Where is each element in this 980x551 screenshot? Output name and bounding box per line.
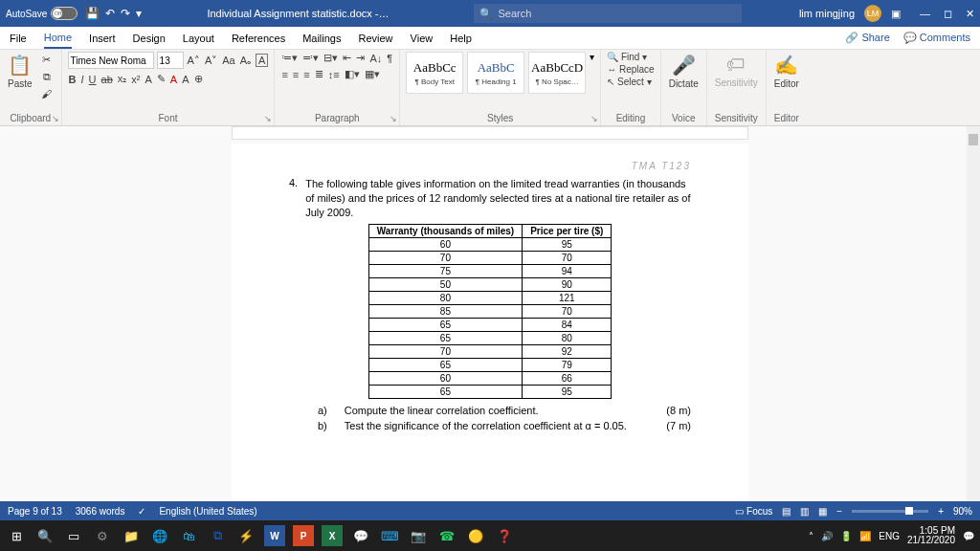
tab-view[interactable]: View bbox=[411, 29, 434, 48]
superscript-icon[interactable]: x² bbox=[130, 74, 141, 85]
redo-icon[interactable]: ↷ bbox=[121, 7, 130, 20]
app-explorer-icon[interactable]: 📁 bbox=[121, 525, 142, 546]
search-box[interactable]: 🔍 Search bbox=[474, 4, 742, 23]
paste-button[interactable]: 📋Paste bbox=[6, 52, 34, 91]
view-print-icon[interactable]: ▤ bbox=[782, 506, 791, 517]
zoom-level[interactable]: 90% bbox=[953, 506, 972, 517]
sensitivity-button[interactable]: 🏷Sensitivity bbox=[713, 52, 760, 90]
editor-button[interactable]: ✍Editor bbox=[772, 52, 801, 91]
tab-mailings[interactable]: Mailings bbox=[302, 29, 341, 48]
tray-battery-icon[interactable]: 🔋 bbox=[840, 531, 852, 541]
app-ppt-icon[interactable]: P bbox=[293, 525, 314, 546]
language-indicator[interactable]: English (United States) bbox=[159, 506, 256, 517]
tray-wifi-icon[interactable]: 📶 bbox=[859, 531, 871, 541]
vertical-scrollbar[interactable] bbox=[967, 126, 980, 501]
start-icon[interactable]: ⊞ bbox=[6, 525, 27, 546]
app-camera-icon[interactable]: 📷 bbox=[408, 525, 429, 546]
ruler[interactable] bbox=[232, 126, 748, 140]
tb-search-icon[interactable]: 🔍 bbox=[34, 525, 56, 546]
paragraph-launcher-icon[interactable]: ↘ bbox=[390, 114, 397, 123]
zoom-out-icon[interactable]: − bbox=[836, 506, 842, 517]
minimize-icon[interactable]: — bbox=[920, 8, 930, 20]
autosave-toggle[interactable]: AutoSave Off bbox=[6, 7, 78, 20]
select-button[interactable]: ↖ Select ▾ bbox=[607, 77, 654, 87]
app-help-icon[interactable]: ❓ bbox=[494, 525, 515, 546]
clipboard-launcher-icon[interactable]: ↘ bbox=[52, 114, 59, 123]
view-read-icon[interactable]: ▥ bbox=[800, 506, 809, 517]
view-web-icon[interactable]: ▦ bbox=[818, 506, 827, 517]
zoom-in-icon[interactable]: + bbox=[938, 506, 944, 517]
align-center-icon[interactable]: ≡ bbox=[292, 69, 300, 80]
style-heading-1[interactable]: AaBbC¶ Heading 1 bbox=[467, 52, 524, 94]
maximize-icon[interactable]: ◻ bbox=[944, 8, 952, 20]
underline-icon[interactable]: U bbox=[88, 74, 98, 85]
tray-lang[interactable]: ENG bbox=[879, 531, 900, 541]
numbering-icon[interactable]: ≕▾ bbox=[301, 52, 320, 64]
tray-clock[interactable]: 1:05 PM21/12/2020 bbox=[907, 526, 955, 545]
undo-icon[interactable]: ↶ bbox=[105, 7, 115, 20]
focus-mode[interactable]: ▭ Focus bbox=[735, 506, 772, 517]
avatar[interactable]: LM bbox=[864, 5, 881, 22]
bold-icon[interactable]: B bbox=[68, 74, 78, 85]
document-page[interactable]: TMA T123 4. The following table gives in… bbox=[232, 143, 748, 501]
italic-icon[interactable]: I bbox=[80, 74, 85, 85]
app-store-icon[interactable]: 🛍 bbox=[178, 525, 199, 546]
app-word-icon[interactable]: W bbox=[264, 525, 285, 546]
borders-icon[interactable]: ▦▾ bbox=[364, 68, 381, 80]
show-marks-icon[interactable]: ¶ bbox=[386, 53, 393, 64]
tab-help[interactable]: Help bbox=[450, 29, 472, 48]
app-settings-icon[interactable]: ⚙ bbox=[92, 525, 113, 546]
tab-home[interactable]: Home bbox=[44, 28, 72, 49]
page-indicator[interactable]: Page 9 of 13 bbox=[8, 506, 62, 517]
strike-icon[interactable]: ab bbox=[100, 74, 114, 85]
font-color-icon[interactable]: A bbox=[169, 74, 178, 85]
multilevel-icon[interactable]: ⊟▾ bbox=[323, 52, 339, 64]
tab-design[interactable]: Design bbox=[133, 29, 166, 48]
zoom-slider[interactable] bbox=[852, 510, 928, 513]
ribbon-display-icon[interactable]: ▣ bbox=[891, 8, 901, 20]
enclose-icon[interactable]: ⊕ bbox=[193, 73, 204, 85]
tray-sound-icon[interactable]: 🔊 bbox=[821, 531, 833, 541]
user-name[interactable]: lim mingjing bbox=[799, 8, 855, 19]
app-chrome-icon[interactable]: 🟡 bbox=[465, 525, 486, 546]
line-spacing-icon[interactable]: ↕≡ bbox=[327, 69, 341, 80]
align-left-icon[interactable]: ≡ bbox=[280, 69, 288, 80]
share-button[interactable]: 🔗 Share bbox=[845, 32, 889, 44]
text-effects-icon[interactable]: A bbox=[144, 74, 152, 85]
tray-chevron-icon[interactable]: ˄ bbox=[809, 531, 813, 541]
change-case-icon[interactable]: Aa bbox=[221, 55, 235, 66]
save-icon[interactable]: 💾 bbox=[85, 7, 100, 20]
cut-icon[interactable]: ✂ bbox=[38, 52, 56, 67]
style-no-spacing[interactable]: AaBbCcD¶ No Spac… bbox=[528, 52, 586, 94]
tab-review[interactable]: Review bbox=[359, 29, 393, 48]
customize-icon[interactable]: ▾ bbox=[136, 7, 142, 20]
shading-icon[interactable]: ◧▾ bbox=[344, 68, 361, 80]
bullets-icon[interactable]: ≔▾ bbox=[280, 52, 299, 64]
sort-icon[interactable]: A↓ bbox=[368, 53, 383, 64]
app-whatsapp-icon[interactable]: ☎ bbox=[436, 525, 457, 546]
toggle-switch[interactable]: Off bbox=[51, 7, 78, 20]
font-size-select[interactable]: 13 bbox=[157, 52, 184, 69]
style-body-text[interactable]: AaBbCc¶ Body Text bbox=[406, 52, 463, 94]
app-wechat-icon[interactable]: 💬 bbox=[350, 525, 371, 546]
format-painter-icon[interactable]: 🖌 bbox=[38, 86, 56, 101]
font-launcher-icon[interactable]: ↘ bbox=[264, 114, 272, 123]
shrink-font-icon[interactable]: A˅ bbox=[204, 55, 218, 67]
replace-button[interactable]: ↔ Replace bbox=[607, 64, 654, 75]
dec-indent-icon[interactable]: ⇤ bbox=[342, 52, 352, 64]
close-icon[interactable]: ✕ bbox=[966, 8, 974, 20]
app-edge-icon[interactable]: 🌐 bbox=[149, 525, 170, 546]
inc-indent-icon[interactable]: ⇥ bbox=[355, 52, 366, 64]
clear-format-icon[interactable]: Aₒ bbox=[239, 55, 253, 67]
tab-references[interactable]: References bbox=[232, 29, 285, 48]
subscript-icon[interactable]: x₂ bbox=[117, 73, 128, 85]
char-shading-icon[interactable]: A bbox=[181, 74, 189, 85]
spell-check-icon[interactable]: ✓ bbox=[138, 506, 145, 517]
word-count[interactable]: 3066 words bbox=[76, 506, 125, 517]
app-vscode-icon[interactable]: ⌨ bbox=[379, 525, 400, 546]
align-right-icon[interactable]: ≡ bbox=[302, 69, 310, 80]
app-thunder-icon[interactable]: ⚡ bbox=[235, 525, 256, 546]
styles-launcher-icon[interactable]: ↘ bbox=[590, 114, 598, 123]
copy-icon[interactable]: ⧉ bbox=[38, 69, 56, 84]
app-dropbox-icon[interactable]: ⧉ bbox=[207, 525, 228, 546]
